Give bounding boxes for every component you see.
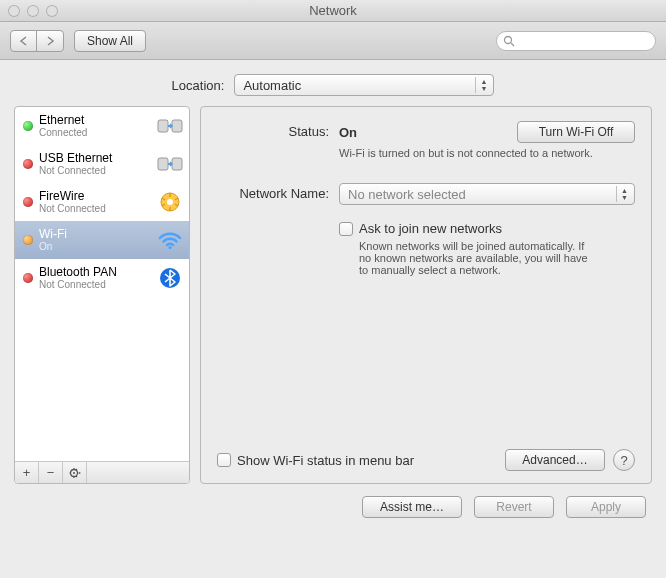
show-status-checkbox[interactable]: Show Wi-Fi status in menu bar — [217, 453, 414, 468]
service-wifi[interactable]: Wi-Fi On — [15, 221, 189, 259]
service-name: Bluetooth PAN — [39, 266, 151, 279]
status-dot-icon — [23, 197, 33, 207]
search-icon — [503, 35, 515, 47]
svg-line-1 — [511, 43, 514, 46]
svg-point-8 — [168, 246, 171, 249]
status-dot-icon — [23, 235, 33, 245]
add-service-button[interactable]: + — [15, 462, 39, 483]
svg-rect-5 — [172, 158, 182, 170]
status-sub: Wi-Fi is turned on but is not connected … — [339, 147, 599, 159]
show-status-label: Show Wi-Fi status in menu bar — [237, 453, 414, 468]
search-input[interactable] — [496, 31, 656, 51]
service-firewire[interactable]: FireWire Not Connected — [15, 183, 189, 221]
service-name: FireWire — [39, 190, 151, 203]
location-value: Automatic — [243, 78, 301, 93]
svg-rect-2 — [158, 120, 168, 132]
service-sub: Connected — [39, 127, 151, 138]
ethernet-icon — [157, 113, 183, 139]
popup-arrows-icon: ▲▼ — [616, 186, 632, 202]
service-sub: Not Connected — [39, 165, 151, 176]
status-label: Status: — [217, 121, 339, 139]
service-ethernet[interactable]: Ethernet Connected — [15, 107, 189, 145]
network-name-label: Network Name: — [217, 183, 339, 201]
service-name: Wi-Fi — [39, 228, 151, 241]
detail-pane: Status: On Turn Wi-Fi Off Wi-Fi is turne… — [200, 106, 652, 484]
service-sidebar: Ethernet Connected USB Ethernet Not Conn… — [14, 106, 190, 484]
firewire-icon — [157, 189, 183, 215]
window-title: Network — [0, 3, 666, 18]
main: Ethernet Connected USB Ethernet Not Conn… — [0, 106, 666, 496]
checkbox-icon — [217, 453, 231, 467]
service-sub: On — [39, 241, 151, 252]
titlebar: Network — [0, 0, 666, 22]
service-name: Ethernet — [39, 114, 151, 127]
apply-button[interactable]: Apply — [566, 496, 646, 518]
service-usb-ethernet[interactable]: USB Ethernet Not Connected — [15, 145, 189, 183]
bottom-buttons: Assist me… Revert Apply — [0, 496, 666, 532]
service-list: Ethernet Connected USB Ethernet Not Conn… — [15, 107, 189, 461]
gear-icon — [68, 466, 82, 480]
svg-rect-4 — [158, 158, 168, 170]
status-dot-icon — [23, 121, 33, 131]
ask-join-label: Ask to join new networks — [359, 221, 502, 236]
svg-point-11 — [73, 472, 75, 474]
toolbar: Show All — [0, 22, 666, 60]
ask-join-sub: Known networks will be joined automatica… — [359, 240, 599, 276]
remove-service-button[interactable]: − — [39, 462, 63, 483]
status-dot-icon — [23, 273, 33, 283]
svg-rect-3 — [172, 120, 182, 132]
service-name: USB Ethernet — [39, 152, 151, 165]
network-name-popup[interactable]: No network selected ▲▼ — [339, 183, 635, 205]
back-button[interactable] — [11, 31, 37, 51]
service-sub: Not Connected — [39, 279, 151, 290]
advanced-button[interactable]: Advanced… — [505, 449, 605, 471]
svg-point-0 — [505, 36, 512, 43]
popup-arrows-icon: ▲▼ — [475, 77, 491, 93]
toggle-wifi-button[interactable]: Turn Wi-Fi Off — [517, 121, 635, 143]
forward-button[interactable] — [37, 31, 63, 51]
service-action-menu[interactable] — [63, 462, 87, 483]
sidebar-footer: + − — [15, 461, 189, 483]
help-button[interactable]: ? — [613, 449, 635, 471]
wifi-icon — [157, 227, 183, 253]
show-all-button[interactable]: Show All — [74, 30, 146, 52]
status-dot-icon — [23, 159, 33, 169]
bluetooth-icon — [157, 265, 183, 291]
status-value: On — [339, 125, 357, 140]
network-name-value: No network selected — [348, 187, 466, 202]
service-bluetooth-pan[interactable]: Bluetooth PAN Not Connected — [15, 259, 189, 297]
nav-back-forward — [10, 30, 64, 52]
ethernet-icon — [157, 151, 183, 177]
checkbox-icon — [339, 222, 353, 236]
location-label: Location: — [172, 78, 225, 93]
location-row: Location: Automatic ▲▼ — [0, 60, 666, 106]
service-sub: Not Connected — [39, 203, 151, 214]
location-popup[interactable]: Automatic ▲▼ — [234, 74, 494, 96]
ask-join-checkbox[interactable]: Ask to join new networks — [339, 221, 635, 236]
assist-me-button[interactable]: Assist me… — [362, 496, 462, 518]
svg-point-7 — [167, 199, 173, 205]
revert-button[interactable]: Revert — [474, 496, 554, 518]
